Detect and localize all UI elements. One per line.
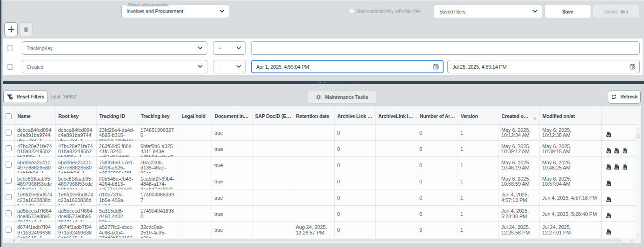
svg-text:PDF: PDF [623, 151, 626, 153]
svg-text:PDF: PDF [615, 151, 618, 153]
svg-text:PDF: PDF [623, 168, 626, 169]
svg-text:PDF: PDF [607, 151, 610, 153]
svg-text:PDF: PDF [607, 216, 610, 218]
svg-text:PDF: PDF [615, 168, 618, 169]
svg-text:PDF: PDF [607, 200, 610, 202]
svg-text:PDF: PDF [607, 232, 610, 234]
svg-text:PDF: PDF [607, 184, 610, 186]
svg-text:PDF: PDF [607, 168, 610, 169]
svg-text:PDF: PDF [607, 135, 610, 137]
